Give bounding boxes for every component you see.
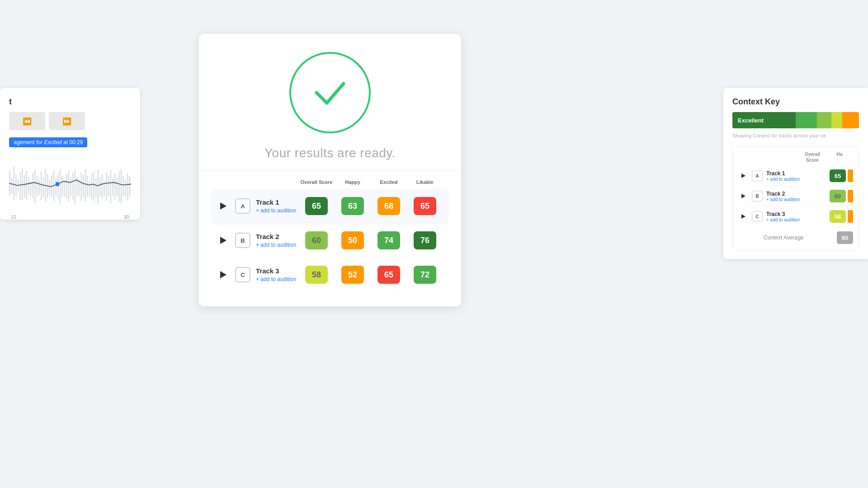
context-track-2-play[interactable] [738,191,748,201]
track-3-overall-score: 58 [305,266,328,284]
svg-rect-26 [64,181,65,197]
svg-rect-40 [93,172,94,201]
svg-rect-55 [125,180,126,196]
rewind-button[interactable]: ⏪ [9,112,45,130]
play-icon [220,271,226,278]
track-2-happy-score: 50 [341,231,364,249]
context-track-row[interactable]: B Track 2 + add to audition 60 [738,186,853,206]
rewind-icon: ⏪ [23,117,32,126]
svg-rect-16 [42,177,44,197]
context-track-3-info: Track 3 + add to audition [766,211,826,222]
context-track-1-play[interactable] [738,171,748,181]
play-icon [741,194,745,198]
svg-rect-57 [129,177,130,197]
track-3-add-audition[interactable]: + add to audition [256,276,296,282]
waveform-chart: 15 30 [9,152,131,211]
svg-rect-15 [41,172,42,200]
track-1-overall-score: 65 [305,197,328,215]
svg-rect-52 [118,172,120,202]
context-track-3-play[interactable] [738,211,748,221]
track-row[interactable]: C Track 3 + add to audition 58 52 65 72 [212,258,448,291]
svg-rect-14 [38,179,40,195]
svg-rect-43 [99,177,101,197]
svg-rect-23 [57,173,59,199]
context-track-2-name: Track 2 [766,191,826,197]
track-3-play-button[interactable] [217,268,230,281]
play-icon [741,174,745,178]
engagement-text: agement for Excited at 00:29 [14,139,83,145]
track-3-badge: C [235,267,250,282]
col-header-likable: Likable [407,179,443,185]
engagement-label: agement for Excited at 00:29 [9,137,87,147]
success-circle [289,52,371,133]
context-key-title: Context Key [732,97,859,107]
context-track-row[interactable]: A Track 1 + add to audition 65 [738,166,853,186]
excellent-text: Excellent [738,117,764,124]
play-icon [220,202,226,210]
svg-rect-53 [121,169,122,203]
svg-rect-51 [116,177,118,197]
svg-rect-2 [13,166,14,200]
svg-rect-35 [83,175,84,197]
left-panel-title: t [9,97,131,107]
fast-forward-button[interactable]: ⏩ [49,112,85,130]
chart-svg [9,152,131,211]
track-2-overall-score: 60 [305,231,328,249]
context-track-3-add[interactable]: + add to audition [766,217,826,222]
svg-rect-12 [34,170,36,203]
svg-rect-49 [112,179,113,196]
context-track-3-score: 58 [830,210,846,223]
context-track-2-add[interactable]: + add to audition [766,197,826,202]
svg-rect-45 [104,181,105,196]
context-track-2-seg [848,190,853,202]
context-bar-seg3 [831,112,842,128]
svg-rect-31 [74,170,75,203]
context-track-1-info: Track 1 + add to audition [766,170,826,182]
svg-rect-5 [19,173,21,200]
svg-rect-7 [24,175,25,198]
svg-rect-38 [89,181,90,197]
track-2-add-audition[interactable]: + add to audition [256,242,296,248]
context-bar-seg2 [817,112,832,128]
track-3-likable-score: 72 [414,266,436,284]
context-track-1-add[interactable]: + add to audition [766,177,826,182]
track-1-excited-score: 68 [377,197,400,215]
context-showing-text: Showing Context for tracks across your c… [732,133,859,138]
track-2-play-button[interactable] [217,234,230,247]
svg-rect-24 [60,169,61,203]
col-header-overall: Overall Score [298,179,335,185]
context-track-2-info: Track 2 + add to audition [766,191,826,202]
track-1-add-audition[interactable]: + add to audition [256,207,296,214]
play-icon [741,214,745,219]
success-section: Your results are ready. [199,34,461,170]
main-panel: Your results are ready. Overall Score Ha… [199,34,461,306]
track-2-name: Track 2 [256,233,298,240]
svg-rect-19 [49,180,50,195]
svg-rect-50 [114,173,116,199]
context-track-3-name: Track 3 [766,211,826,217]
svg-rect-34 [80,172,82,201]
svg-rect-1 [11,177,13,194]
context-track-row[interactable]: C Track 3 + add to audition 58 [738,206,853,227]
results-table: Overall Score Happy Excited Likable A Tr… [199,170,461,291]
context-overall-header: Overall Score [799,151,826,163]
svg-rect-27 [66,174,67,198]
track-1-name: Track 1 [256,198,298,206]
track-3-excited-score: 65 [377,266,400,284]
svg-rect-44 [102,174,103,198]
track-row[interactable]: A Track 1 + add to audition 65 63 68 65 [212,190,448,222]
track-1-badge: A [235,198,250,214]
context-excellent-label: Excellent [732,112,796,128]
table-header-row: Overall Score Happy Excited Likable [212,179,448,190]
track-row[interactable]: B Track 2 + add to audition 60 50 74 76 [212,224,448,257]
context-track-1-badge: A [752,170,763,181]
svg-rect-48 [110,170,111,203]
svg-rect-28 [68,171,69,202]
svg-rect-30 [72,172,74,199]
svg-rect-13 [37,176,38,197]
svg-rect-41 [95,178,97,197]
svg-rect-54 [123,176,124,197]
context-track-1-seg [848,169,853,182]
track-1-play-button[interactable] [217,200,230,212]
svg-rect-9 [28,177,29,194]
